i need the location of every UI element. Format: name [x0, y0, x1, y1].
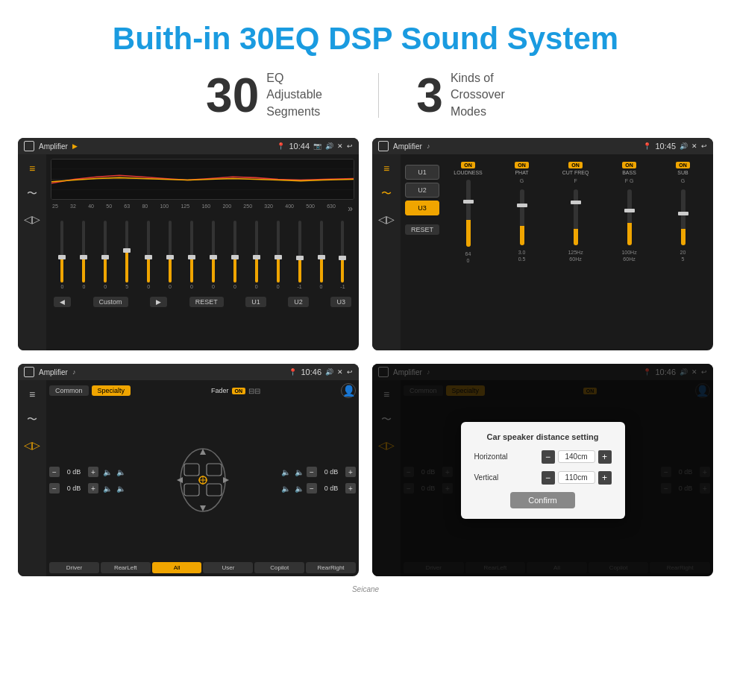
play-btn[interactable]: ▶ [150, 297, 167, 307]
loudness-val: 64 [465, 251, 471, 256]
status-bar-1: Amplifier ▶ 📍 10:44 📷 🔊 ✕ ↩ [18, 138, 359, 154]
u2-preset[interactable]: U2 [405, 183, 439, 198]
eq-icon-3[interactable]: ≡ [24, 386, 40, 403]
eq-slider-5[interactable]: 0 [160, 221, 181, 289]
bass-val2: 60Hz [623, 256, 635, 262]
svg-marker-12 [200, 449, 206, 455]
bottom-controls-1: ◀ Custom ▶ RESET U1 U2 U3 [51, 295, 354, 309]
close-icon-1: ✕ [337, 142, 343, 150]
u3-preset[interactable]: U3 [405, 201, 439, 215]
reset-btn-1[interactable]: RESET [189, 297, 224, 307]
music-icon-2: ♪ [427, 142, 430, 150]
copilot-btn[interactable]: Copilot [254, 562, 304, 573]
loudness-on-badge[interactable]: ON [461, 162, 475, 168]
u1-btn-1[interactable]: U1 [245, 297, 266, 307]
u1-preset[interactable]: U1 [405, 165, 439, 180]
all-btn[interactable]: All [152, 562, 202, 573]
wave-icon-3[interactable]: 〜 [24, 412, 40, 428]
prev-btn[interactable]: ◀ [54, 297, 71, 307]
close-icon-2: ✕ [691, 142, 697, 150]
home-icon-1[interactable] [24, 141, 34, 151]
vol-minus-tr[interactable]: − [307, 467, 317, 477]
location-icon-1: 📍 [277, 142, 285, 150]
eq-slider-12[interactable]: 0 [311, 221, 331, 289]
speaker-svg [169, 443, 236, 517]
u3-btn-1[interactable]: U3 [330, 297, 351, 307]
volume-icon-3[interactable]: ◁▷ [24, 437, 40, 453]
cutfreq-on-badge[interactable]: ON [568, 162, 583, 168]
status-left-3: Amplifier ♪ [24, 367, 75, 377]
vertical-minus[interactable]: − [542, 471, 555, 485]
time-2: 10:45 [655, 142, 676, 151]
vol-minus-br[interactable]: − [307, 483, 317, 494]
back-icon-3: ↩ [347, 368, 353, 376]
volume-icon-1[interactable]: ◁▷ [24, 211, 40, 227]
custom-btn[interactable]: Custom [93, 297, 128, 307]
sub-on-badge[interactable]: ON [676, 162, 690, 168]
eq-slider-8[interactable]: 0 [225, 221, 245, 289]
user-btn-3[interactable]: User [203, 562, 253, 573]
amplifier-label-3: Amplifier [39, 368, 68, 376]
eq-slider-3[interactable]: 5 [117, 221, 137, 289]
bass-on-badge[interactable]: ON [622, 162, 636, 168]
reset-btn-2[interactable]: RESET [405, 224, 439, 235]
bass-slider[interactable] [627, 189, 632, 245]
eq-slider-7[interactable]: 0 [203, 221, 223, 289]
stat-crossover-number: 3 [416, 72, 443, 119]
horizontal-minus[interactable]: − [542, 450, 555, 464]
eq-slider-11[interactable]: -1 [289, 221, 310, 289]
specialty-btn-3[interactable]: Specialty [92, 385, 131, 396]
sound-icon-3: 🔊 [325, 368, 333, 376]
bass-f-label: F G [625, 178, 634, 183]
cutfreq-f-label: F [574, 178, 577, 183]
phat-slider[interactable] [520, 189, 524, 245]
svg-marker-14 [177, 477, 183, 483]
phat-on-badge[interactable]: ON [515, 162, 529, 168]
vertical-plus[interactable]: + [598, 471, 612, 485]
vol-plus-br[interactable]: + [345, 483, 356, 494]
vertical-label: Vertical [474, 473, 519, 482]
u2-btn-1[interactable]: U2 [288, 297, 309, 307]
rearright-btn[interactable]: RearRight [306, 562, 356, 573]
wave-icon-2[interactable]: 〜 [378, 186, 395, 202]
svg-rect-8 [207, 484, 222, 496]
rearleft-btn[interactable]: RearLeft [101, 562, 151, 573]
home-icon-2[interactable] [378, 141, 389, 151]
status-bar-3: Amplifier ♪ 📍 10:46 🔊 ✕ ↩ [18, 364, 359, 380]
driver-btn[interactable]: Driver [49, 562, 99, 573]
horizontal-plus[interactable]: + [598, 450, 612, 464]
phat-val2: 0.5 [518, 256, 526, 262]
cutfreq-slider[interactable] [574, 189, 578, 245]
home-icon-3[interactable] [24, 367, 34, 377]
channel-strips: ON LOUDNESS 64 0 ON PHAT [442, 159, 709, 346]
fader-on-badge[interactable]: ON [232, 388, 246, 394]
eq-slider-9[interactable]: 0 [246, 221, 266, 289]
sub-slider[interactable] [681, 189, 685, 245]
eq-slider-6[interactable]: 0 [182, 221, 202, 289]
eq-slider-1[interactable]: 0 [74, 221, 94, 289]
loudness-slider[interactable] [466, 180, 471, 247]
eq-icon-1[interactable]: ≡ [24, 160, 40, 177]
vol-val-tr: 0 dB [320, 468, 342, 476]
eq-slider-4[interactable]: 0 [139, 221, 159, 289]
vol-plus-tl[interactable]: + [88, 467, 98, 477]
vol-plus-tr[interactable]: + [345, 467, 356, 477]
eq-slider-10[interactable]: 0 [268, 221, 288, 289]
freq-labels: 2532405063 80100125160200 25032040050063… [51, 203, 354, 215]
svg-marker-13 [200, 505, 206, 511]
volume-icon-2[interactable]: ◁▷ [378, 211, 395, 227]
confirm-button[interactable]: Confirm [510, 492, 575, 508]
eq-icon-2[interactable]: ≡ [378, 160, 395, 177]
eq-slider-2[interactable]: 0 [95, 221, 116, 289]
wave-icon-1[interactable]: 〜 [24, 186, 40, 202]
common-btn-3[interactable]: Common [49, 385, 89, 396]
vol-plus-bl[interactable]: + [88, 483, 98, 494]
vol-minus-tl[interactable]: − [49, 467, 60, 477]
eq-slider-0[interactable]: 0 [52, 221, 72, 289]
screen-body-1: ≡ 〜 ◁▷ [18, 154, 359, 350]
top-controls-3: Common Specialty Fader ON ⊟⊟ 👤 [49, 383, 356, 398]
eq-slider-13[interactable]: -1 [333, 221, 353, 289]
horizontal-label: Horizontal [474, 453, 519, 461]
vol-minus-bl[interactable]: − [49, 483, 60, 494]
horizontal-value: 140cm [558, 450, 595, 463]
